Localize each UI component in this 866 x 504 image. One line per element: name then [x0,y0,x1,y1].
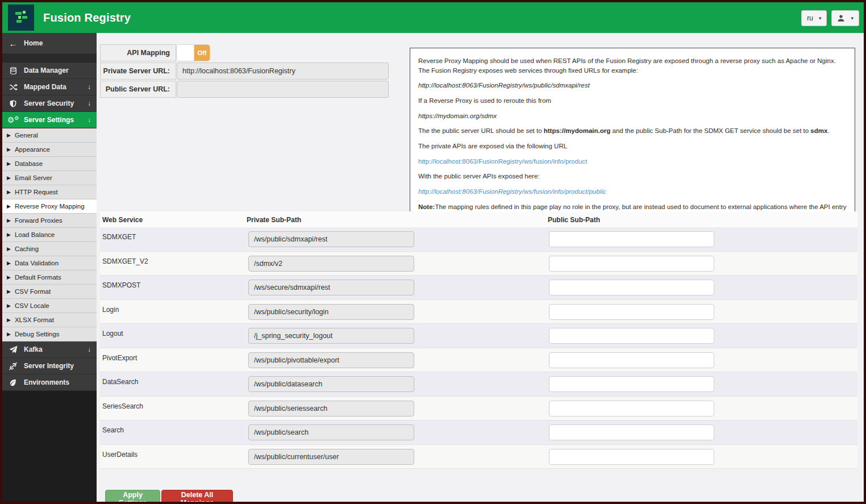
submenu-item[interactable]: ▶ General [2,128,97,143]
table-row: PivotExport [100,348,857,373]
sidebar-item-environments[interactable]: Environments [2,374,97,391]
sidebar-item-data-manager[interactable]: Data Manager [2,63,97,79]
table-row: SDMXGET [100,227,857,252]
column-header-public-sub-path: Public Sub-Path [548,216,600,224]
public-sub-path-input[interactable] [549,424,714,440]
broken-link-icon [2,362,24,370]
sidebar-item-mapped-data[interactable]: Mapped Data ↓ [2,79,97,95]
public-sub-path-input[interactable] [549,304,714,320]
info-example-url: http://localhost:8063/FusionRegistry/ws/… [418,81,847,90]
submenu-item-label: HTTP Request [15,189,58,195]
private-server-url-input[interactable] [177,63,389,80]
mapping-table-header: Web Service Private Sub-Path Public Sub-… [100,211,857,228]
public-sub-path-input[interactable] [549,401,714,416]
submenu-item-label: Forward Proxies [15,217,63,224]
public-api-link[interactable]: http://localhost:8063/FusionRegistry/ws/… [418,188,606,195]
sidebar-item-server-security[interactable]: Server Security ↓ [2,95,97,112]
submenu-item[interactable]: ▶ Email Server [2,171,97,185]
delete-all-mappings-button[interactable]: Delete All Mappings [161,490,233,502]
submenu-item[interactable]: ▶ Reverse Proxy Mapping [2,199,97,214]
private-sub-path-input[interactable] [248,280,414,295]
language-dropdown[interactable]: ru ▾ [801,10,827,26]
gears-icon: ⚙⚙ [2,115,24,124]
mapping-table: SDMXGET SDMXGET_V2 SDMXPOST Login [100,227,857,469]
submenu-item-label: Database [15,160,43,167]
submenu-item-label: Data Validation [15,260,59,266]
sidebar-item-server-settings[interactable]: ⚙⚙ Server Settings ↓ [2,112,97,128]
private-sub-path-input[interactable] [248,304,414,320]
column-header-private-sub-path: Private Sub-Path [247,216,301,224]
database-icon [2,66,24,75]
sidebar: ← Home Data Manager Mapped Data ↓ [2,33,97,502]
page-title: Fusion Registry [43,11,131,24]
server-settings-submenu: ▶ General ▶ Appearance ▶ Database ▶ Emai… [2,128,97,341]
sidebar-item-kafka[interactable]: Kafka ↓ [2,341,97,358]
chevron-down-icon: ▾ [851,15,853,21]
user-icon [837,14,845,22]
public-sub-path-input[interactable] [549,376,714,392]
web-service-name: Login [102,306,119,314]
public-sub-path-input[interactable] [549,256,714,272]
submenu-item[interactable]: ▶ CSV Locale [2,299,97,313]
submenu-item[interactable]: ▶ Appearance [2,143,97,157]
public-sub-path-input[interactable] [549,449,714,465]
web-service-name: Logout [102,330,123,338]
sidebar-item-label: Environments [24,378,69,386]
sidebar-item-label: Server Settings [24,116,74,124]
public-sub-path-input[interactable] [549,352,714,368]
shuffle-icon [2,83,24,91]
reverse-proxy-info-box: Reverse Proxy Mapping should be used whe… [410,48,855,233]
submenu-item[interactable]: ▶ CSV Format [2,285,97,299]
caret-right-icon: ▶ [7,147,11,152]
caret-right-icon: ▶ [7,317,11,323]
submenu-item[interactable]: ▶ Caching [2,242,97,256]
public-sub-path-input[interactable] [549,231,714,247]
private-sub-path-input[interactable] [248,401,414,416]
public-server-url-input[interactable] [177,81,389,98]
private-sub-path-input[interactable] [248,231,414,247]
caret-right-icon: ▶ [7,246,11,252]
sidebar-item-home[interactable]: ← Home [2,33,97,54]
info-paragraph: If a Reverse Proxy is used to reroute th… [418,96,847,106]
private-sub-path-input[interactable] [248,352,414,368]
public-sub-path-input[interactable] [549,328,714,344]
submenu-item[interactable]: ▶ HTTP Request [2,185,97,199]
chevron-down-icon: ↓ [88,99,91,107]
api-mapping-toggle[interactable]: Off [177,45,210,61]
private-sub-path-input[interactable] [248,328,414,344]
chevron-down-icon: ↓ [88,345,91,353]
user-menu-dropdown[interactable]: ▾ [831,10,859,26]
submenu-item[interactable]: ▶ Default Formats [2,270,97,285]
sidebar-item-server-integrity[interactable]: Server Integrity [2,358,97,374]
private-sub-path-input[interactable] [248,376,414,392]
submenu-item[interactable]: ▶ Database [2,157,97,171]
main-content: API Mapping Off Private Server URL: Publ… [97,33,864,502]
private-api-link[interactable]: http://localhost:8063/FusionRegistry/ws/… [418,158,587,165]
submenu-item[interactable]: ▶ Debug Settings [2,327,97,341]
submenu-item-label: Reverse Proxy Mapping [15,203,85,210]
caret-right-icon: ▶ [7,260,11,266]
submenu-item-label: Appearance [15,146,50,153]
submenu-item[interactable]: ▶ Load Balance [2,228,97,242]
caret-right-icon: ▶ [7,132,11,138]
submenu-item[interactable]: ▶ XLSX Format [2,313,97,327]
caret-right-icon: ▶ [7,203,11,209]
info-paragraph: With the public server APIs exposed here… [418,172,847,181]
paper-plane-icon [2,345,24,354]
info-example-url: https://mydomain.org/sdmx [418,111,847,121]
apply-settings-button[interactable]: Apply Settings [105,490,160,502]
web-service-name: SDMXGET [102,233,136,241]
table-row: SeriesSearch [100,397,857,421]
submenu-item-label: CSV Format [15,288,51,295]
caret-right-icon: ▶ [7,189,11,195]
sidebar-filler [2,391,97,504]
web-service-name: UserDetails [102,451,138,459]
private-sub-path-input[interactable] [248,256,414,272]
private-sub-path-input[interactable] [248,424,414,440]
private-sub-path-input[interactable] [248,449,414,465]
submenu-item[interactable]: ▶ Forward Proxies [2,214,97,228]
caret-right-icon: ▶ [7,175,11,181]
submenu-item[interactable]: ▶ Data Validation [2,256,97,270]
sidebar-divider [2,54,97,63]
public-sub-path-input[interactable] [549,280,714,295]
